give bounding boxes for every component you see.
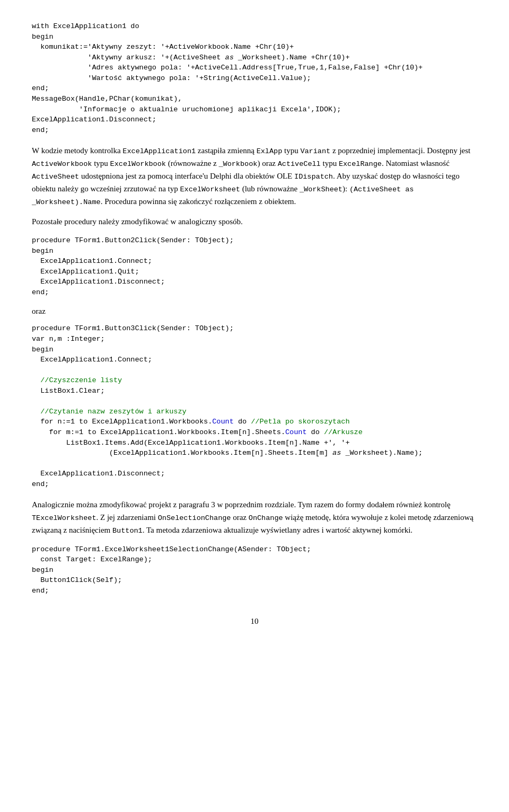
inline-code-6: _Workbook — [218, 160, 257, 168]
inline-code-15: OnSelectionChange — [158, 514, 231, 522]
inline-code-14: TExcelWorksheet — [32, 514, 96, 522]
code-text-3: procedure TForm1.Button3Click(Sender: TO… — [32, 324, 423, 488]
inline-code-8: ExcelRange — [339, 160, 382, 168]
page-content: with ExcelApplication1 do begin komunika… — [32, 21, 477, 626]
inline-code-5: ExcelWorkbook — [110, 160, 166, 168]
prose-paragraph-3: Analogicznie można zmodyfikować projekt … — [32, 499, 477, 536]
inline-code-17: Button1 — [112, 527, 143, 535]
inline-code-16: OnChange — [249, 514, 283, 522]
page-number: 10 — [32, 617, 477, 626]
code-block-3: procedure TForm1.Button3Click(Sender: TO… — [32, 323, 477, 489]
inline-code-12: _WorkSheet — [300, 186, 343, 193]
code-text-2: procedure TForm1.Button2Click(Sender: TO… — [32, 236, 234, 296]
prose-paragraph-2: Pozostałe procedury należy zmodyfikować … — [32, 216, 477, 228]
inline-code-3: Variant — [300, 147, 330, 155]
inline-code-2: ExlApp — [257, 147, 283, 155]
code-text-1: with ExcelApplication1 do begin komunika… — [32, 22, 423, 134]
label-oraz: oraz — [32, 307, 477, 316]
prose-paragraph-1: W kodzie metody kontrolka ExcelApplicati… — [32, 145, 477, 208]
code-block-4: procedure TForm1.ExcelWorksheet1Selectio… — [32, 544, 477, 596]
inline-code-7: ActiveCell — [278, 160, 321, 168]
inline-code-9: ActiveSheet — [32, 173, 79, 181]
code-block-1: with ExcelApplication1 do begin komunika… — [32, 21, 477, 135]
inline-code-10: IDispatch — [294, 173, 333, 181]
inline-code-4: ActiveWorkbook — [32, 160, 92, 168]
inline-code-1: ExcelApplication1 — [122, 147, 196, 155]
inline-code-11: ExcelWorksheet — [180, 186, 240, 193]
code-text-4: procedure TForm1.ExcelWorksheet1Selectio… — [32, 545, 311, 595]
code-block-2: procedure TForm1.Button2Click(Sender: TO… — [32, 235, 477, 297]
